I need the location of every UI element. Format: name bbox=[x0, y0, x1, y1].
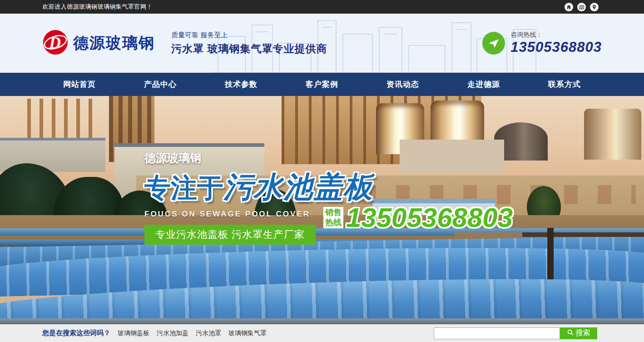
search-input[interactable] bbox=[434, 327, 560, 339]
hotline-number: 13505368803 bbox=[510, 39, 602, 55]
sales-hotline-label-2: 热线 bbox=[325, 218, 342, 228]
hotline-text: 咨询热线： 13505368803 bbox=[510, 31, 602, 55]
hotline: 咨询热线： 13505368803 bbox=[482, 31, 602, 55]
search-box: 搜索 bbox=[434, 327, 597, 339]
site-header: D 德源玻璃钢 质量可靠 服务至上 污水罩 玻璃钢集气罩专业提供商 咨询热线： … bbox=[0, 14, 644, 73]
welcome-text: 欢迎进入德源玻璃钢玻璃钢集气罩官网！ bbox=[42, 3, 153, 11]
sales-hotline-number: 13505368803 bbox=[346, 202, 513, 233]
camera-icon[interactable] bbox=[577, 3, 586, 11]
nav-item-products[interactable]: 产品中心 bbox=[120, 73, 201, 96]
hero-brand-name: 德源玻璃钢 bbox=[144, 151, 373, 166]
hero-title-main: 污水池盖板 bbox=[223, 171, 373, 203]
nav-item-tech-params[interactable]: 技术参数 bbox=[201, 73, 282, 96]
keyword-link[interactable]: 玻璃钢集气罩 bbox=[228, 329, 267, 337]
hero-storage-tank bbox=[584, 109, 641, 160]
search-prompt: 您是在搜索这些词吗？ bbox=[42, 329, 110, 337]
header-slogan: 质量可靠 服务至上 污水罩 玻璃钢集气罩专业提供商 bbox=[171, 31, 327, 56]
hero-beam bbox=[522, 232, 644, 237]
location-icon[interactable] bbox=[590, 3, 599, 11]
hero-sales-hotline: 销售 热线 13505368803 bbox=[323, 202, 513, 233]
paper-plane-icon bbox=[482, 32, 505, 55]
search-button[interactable]: 搜索 bbox=[560, 327, 597, 339]
home-icon[interactable] bbox=[565, 3, 573, 11]
nav-item-contact[interactable]: 联系方式 bbox=[524, 73, 605, 96]
magnifier-icon bbox=[567, 329, 574, 337]
header-inner: D 德源玻璃钢 质量可靠 服务至上 污水罩 玻璃钢集气罩专业提供商 咨询热线： … bbox=[0, 14, 644, 73]
nav-item-cases[interactable]: 客户案例 bbox=[282, 73, 362, 96]
nav-item-home[interactable]: 网站首页 bbox=[39, 73, 120, 96]
search-button-label: 搜索 bbox=[576, 328, 590, 338]
hotline-label: 咨询热线： bbox=[510, 31, 602, 39]
keyword-link[interactable]: 污水池罩 bbox=[196, 329, 221, 337]
keyword-link[interactable]: 玻璃钢盖板 bbox=[118, 329, 149, 337]
hero-title-prefix: 专注于 bbox=[144, 173, 223, 202]
sales-hotline-label-1: 销售 bbox=[325, 208, 342, 218]
hero-pipe bbox=[0, 318, 644, 324]
logo[interactable]: D 德源玻璃钢 bbox=[42, 29, 155, 57]
logo-text: 德源玻璃钢 bbox=[73, 33, 155, 54]
main-nav: 网站首页 产品中心 技术参数 客户案例 资讯动态 走进德源 联系方式 bbox=[0, 73, 644, 96]
hero-title: 专注于污水池盖板 bbox=[144, 167, 373, 207]
hero-banner[interactable]: 德源玻璃钢 专注于污水池盖板 FOUCS ON SEWAGE POOL COVE… bbox=[0, 96, 644, 324]
topbar-icons bbox=[565, 3, 599, 11]
hero-tagline-button[interactable]: 专业污水池盖板 污水罩生产厂家 bbox=[144, 225, 316, 245]
hero-building bbox=[400, 140, 504, 174]
keyword-link[interactable]: 污水池加盖 bbox=[157, 329, 188, 337]
sales-hotline-badge: 销售 热线 bbox=[323, 207, 343, 228]
slogan-big: 污水罩 玻璃钢集气罩专业提供商 bbox=[171, 42, 327, 56]
nav-item-news[interactable]: 资讯动态 bbox=[362, 73, 443, 96]
topbar: 欢迎进入德源玻璃钢玻璃钢集气罩官网！ bbox=[0, 0, 644, 14]
search-bar: 您是在搜索这些词吗？ 玻璃钢盖板 污水池加盖 污水池罩 玻璃钢集气罩 搜索 bbox=[0, 324, 644, 342]
slogan-small: 质量可靠 服务至上 bbox=[171, 31, 327, 40]
nav-item-about[interactable]: 走进德源 bbox=[443, 73, 524, 96]
page: 欢迎进入德源玻璃钢玻璃钢集气罩官网！ bbox=[0, 0, 644, 342]
logo-icon: D bbox=[42, 29, 69, 57]
